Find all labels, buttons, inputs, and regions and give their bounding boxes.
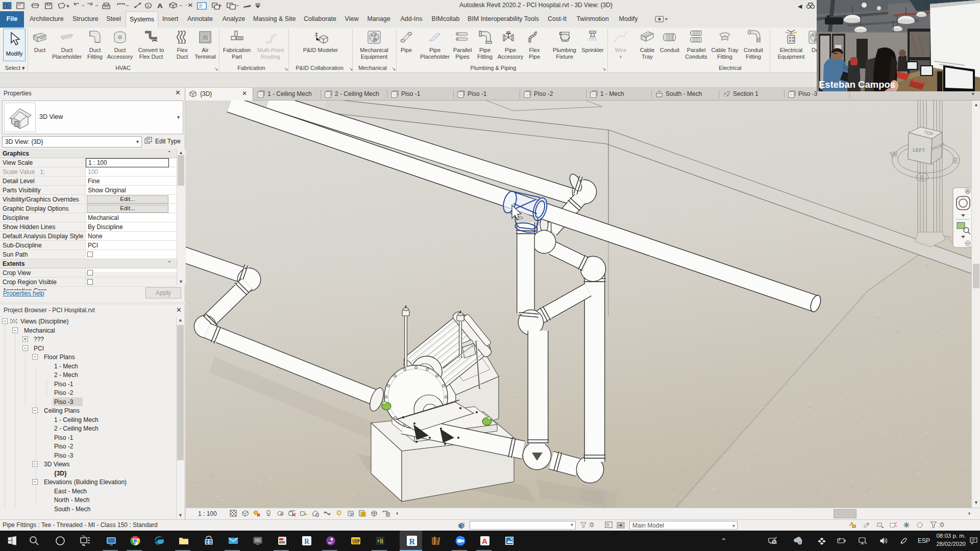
svg-text:R: R [4, 2, 10, 10]
svg-text:R: R [409, 537, 415, 546]
svg-text:S: S [920, 174, 923, 181]
svg-text:USB: USB [352, 539, 360, 542]
svg-text:LEFT: LEFT [913, 147, 925, 153]
svg-text:1: 1 [147, 4, 150, 8]
svg-text:A: A [482, 537, 487, 545]
svg-text:BIM: BIM [279, 541, 285, 544]
svg-text:R: R [304, 538, 310, 545]
svg-text:Esteban Campos: Esteban Campos [819, 79, 895, 90]
svg-text:A: A [157, 2, 163, 10]
